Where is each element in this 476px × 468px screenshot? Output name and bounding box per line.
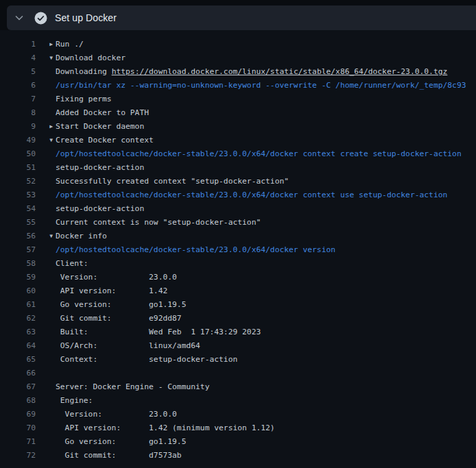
log-text: setup-docker-action [56, 202, 144, 216]
log-command-text: /opt/hostedtoolcache/docker-stable/23.0.… [56, 147, 462, 161]
line-number[interactable]: 4 [0, 51, 36, 65]
line-number[interactable]: 60 [0, 284, 36, 298]
line-number[interactable]: 62 [0, 312, 36, 325]
line-number[interactable]: 57 [0, 243, 36, 257]
line-number[interactable]: 52 [0, 175, 36, 188]
log-text: Built: Wed Feb 1 17:43:29 2023 [56, 325, 261, 339]
log-command-text: /opt/hostedtoolcache/docker-stable/23.0.… [56, 243, 335, 257]
log-row: 54setup-docker-action [0, 202, 476, 216]
marker-spacer [36, 161, 56, 175]
log-rows: 1▶Run ./4▼Download docker5Downloading ht… [0, 38, 476, 463]
log-text: Git commit: d7573ab [56, 449, 182, 463]
log-link[interactable]: https://download.docker.com/linux/static… [112, 67, 448, 76]
line-number[interactable]: 50 [0, 147, 36, 161]
line-number[interactable]: 1 [0, 38, 36, 51]
group-toggle-icon[interactable]: ▶ [36, 120, 56, 134]
marker-spacer [36, 394, 56, 408]
step-header[interactable]: Set up Docker [7, 5, 476, 30]
group-title[interactable]: Run ./ [56, 38, 84, 51]
line-number[interactable]: 55 [0, 216, 36, 230]
log-row: 69 Version: 23.0.0 [0, 408, 476, 421]
marker-spacer [36, 216, 56, 230]
line-number[interactable]: 53 [0, 188, 36, 202]
line-number[interactable]: 70 [0, 421, 36, 435]
line-number[interactable]: 72 [0, 449, 36, 463]
line-number[interactable]: 51 [0, 161, 36, 175]
log-row: 68 Engine: [0, 394, 476, 408]
log-row: 55Current context is now "setup-docker-a… [0, 216, 476, 230]
log-row: 71 Go version: go1.19.5 [0, 435, 476, 449]
group-toggle-icon[interactable]: ▼ [36, 134, 56, 147]
line-number[interactable]: 56 [0, 230, 36, 243]
log-row[interactable]: 56▼Docker info [0, 230, 476, 243]
line-number[interactable]: 6 [0, 79, 36, 93]
group-toggle-icon[interactable]: ▼ [36, 51, 56, 65]
log-row: 8Added Docker to PATH [0, 106, 476, 120]
log-command-text: /opt/hostedtoolcache/docker-stable/23.0.… [56, 188, 447, 202]
log-row: 53/opt/hostedtoolcache/docker-stable/23.… [0, 188, 476, 202]
log-row[interactable]: 1▶Run ./ [0, 38, 476, 51]
line-number[interactable]: 67 [0, 380, 36, 394]
log-row: 6/usr/bin/tar xz --warning=no-unknown-ke… [0, 79, 476, 93]
marker-spacer [36, 353, 56, 367]
log-row: 64 OS/Arch: linux/amd64 [0, 339, 476, 353]
step-title: Set up Docker [55, 12, 117, 23]
log-row: 61 Go version: go1.19.5 [0, 298, 476, 312]
line-number[interactable]: 5 [0, 65, 36, 79]
log-body: 1▶Run ./4▼Download docker5Downloading ht… [0, 30, 476, 468]
log-text: Context: setup-docker-action [56, 353, 237, 367]
line-number[interactable]: 69 [0, 408, 36, 421]
line-number[interactable]: 54 [0, 202, 36, 216]
line-number[interactable]: 71 [0, 435, 36, 449]
marker-spacer [36, 271, 56, 284]
marker-spacer [36, 147, 56, 161]
log-row: 59 Version: 23.0.0 [0, 271, 476, 284]
log-text: OS/Arch: linux/amd64 [56, 339, 200, 353]
line-number[interactable]: 64 [0, 339, 36, 353]
group-title[interactable]: Create Docker context [56, 134, 154, 147]
log-row: 62 Git commit: e92dd87 [0, 312, 476, 325]
log-row: 5Downloading https://download.docker.com… [0, 65, 476, 79]
line-number[interactable]: 68 [0, 394, 36, 408]
log-text: Server: Docker Engine - Community [56, 380, 209, 394]
log-row[interactable]: 49▼Create Docker context [0, 134, 476, 147]
log-row[interactable]: 4▼Download docker [0, 51, 476, 65]
group-toggle-icon[interactable]: ▼ [36, 230, 56, 243]
log-text: Successfully created context "setup-dock… [56, 175, 289, 188]
group-title[interactable]: Download docker [56, 51, 126, 65]
marker-spacer [36, 106, 56, 120]
marker-spacer [36, 284, 56, 298]
log-text: Current context is now "setup-docker-act… [56, 216, 261, 230]
line-number[interactable]: 7 [0, 93, 36, 106]
log-text: Added Docker to PATH [56, 106, 149, 120]
log-row: 58Client: [0, 257, 476, 271]
line-number[interactable]: 59 [0, 271, 36, 284]
marker-spacer [36, 435, 56, 449]
line-number[interactable]: 49 [0, 134, 36, 147]
marker-spacer [36, 79, 56, 93]
log-row: 57/opt/hostedtoolcache/docker-stable/23.… [0, 243, 476, 257]
marker-spacer [36, 325, 56, 339]
line-number[interactable]: 9 [0, 120, 36, 134]
log-row[interactable]: 9▶Start Docker daemon [0, 120, 476, 134]
log-row: 51setup-docker-action [0, 161, 476, 175]
line-number[interactable]: 58 [0, 257, 36, 271]
log-text: Fixing perms [56, 93, 112, 106]
line-number[interactable]: 63 [0, 325, 36, 339]
marker-spacer [36, 175, 56, 188]
marker-spacer [36, 312, 56, 325]
log-text: setup-docker-action [56, 161, 144, 175]
line-number[interactable]: 8 [0, 106, 36, 120]
group-title[interactable]: Start Docker daemon [56, 120, 144, 134]
log-text: Go version: go1.19.5 [56, 298, 186, 312]
group-toggle-icon[interactable]: ▶ [36, 38, 56, 51]
group-title[interactable]: Docker info [56, 230, 107, 243]
marker-spacer [36, 298, 56, 312]
line-number[interactable]: 61 [0, 298, 36, 312]
line-number[interactable]: 66 [0, 367, 36, 380]
log-row: 50/opt/hostedtoolcache/docker-stable/23.… [0, 147, 476, 161]
line-number[interactable]: 65 [0, 353, 36, 367]
log-text: Go version: go1.19.5 [56, 435, 186, 449]
chevron-down-icon[interactable] [10, 9, 28, 27]
marker-spacer [36, 65, 56, 79]
